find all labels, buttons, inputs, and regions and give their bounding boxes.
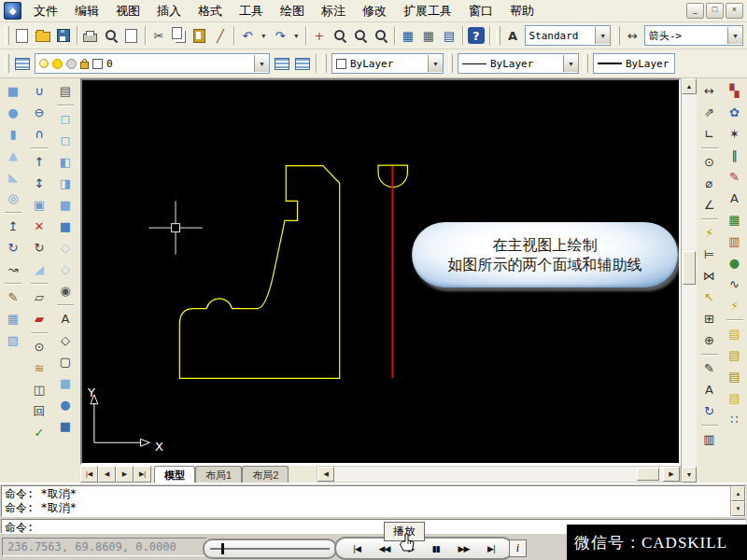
tab-first-button[interactable]: |◀ <box>80 466 98 483</box>
mline-style-tool[interactable]: ∥ <box>725 145 745 166</box>
main-profile-region[interactable] <box>179 166 339 379</box>
help-button[interactable]: ? <box>468 27 485 44</box>
center-mark-tool[interactable]: ⊕ <box>699 329 720 351</box>
vertical-scroll-track[interactable] <box>682 94 697 467</box>
menu-tools[interactable]: 工具 <box>231 2 272 20</box>
toolbar-grip[interactable] <box>5 54 9 73</box>
menu-window[interactable]: 窗口 <box>460 2 501 20</box>
sw-isometric-tool[interactable]: ◇ <box>55 237 76 259</box>
tab-prev-button[interactable]: ◀ <box>98 466 116 483</box>
tab-next-button[interactable]: ▶ <box>116 466 134 483</box>
camera-tool[interactable]: ◉ <box>55 280 76 301</box>
tab-last-button[interactable]: ▶| <box>134 466 151 483</box>
torus-tool[interactable]: ◎ <box>3 188 23 209</box>
drawing-canvas[interactable]: Y X 在主视图上绘制 如图所示的两个面域和辅助线 <box>80 78 681 465</box>
top-view-tool[interactable]: ◻ <box>55 108 76 130</box>
scroll-down-icon[interactable]: ▼ <box>731 501 745 516</box>
hidden-style-tool[interactable]: ▢ <box>55 351 76 372</box>
layer-isolate-tool[interactable]: ▤ <box>725 344 745 366</box>
open-file-button[interactable] <box>33 25 53 47</box>
realistic-style-tool[interactable]: ● <box>55 394 76 415</box>
command-history[interactable]: 命令: *取消*命令: *取消* ▲ ▼ <box>1 485 746 517</box>
taper-faces-tool[interactable]: ◢ <box>29 259 49 280</box>
dimension-edit-tool[interactable]: ✎ <box>699 357 720 379</box>
tab-model[interactable]: 模型 <box>154 466 195 483</box>
move-faces-tool[interactable]: ↕ <box>29 173 49 194</box>
union-tool[interactable]: ∪ <box>29 80 49 102</box>
wedge-tool[interactable]: ◣ <box>3 166 23 188</box>
se-isometric-tool[interactable]: ◇ <box>55 259 76 280</box>
angular-dimension-tool[interactable]: ∠ <box>699 194 720 216</box>
toolbar-grip[interactable] <box>448 54 453 73</box>
undo-dropdown[interactable]: ▾ <box>258 25 270 47</box>
undo-button[interactable]: ↶ <box>237 25 258 47</box>
baseline-dimension-tool[interactable]: ⊨ <box>699 244 720 265</box>
playback-progress-slider[interactable] <box>203 539 337 559</box>
dimension-text-edit-tool[interactable]: A <box>699 379 720 400</box>
wireframe-3d-style-tool[interactable]: ◇ <box>55 329 76 351</box>
menu-insert[interactable]: 插入 <box>148 2 190 20</box>
horizontal-scrollbar[interactable]: ◀ ▶ <box>317 466 681 483</box>
copy-button[interactable] <box>169 25 190 47</box>
linetype-combobox[interactable]: ByLayer ▼ <box>458 53 579 74</box>
print-preview-button[interactable] <box>101 25 121 47</box>
redo-dropdown[interactable]: ▾ <box>290 25 303 47</box>
layer-lock-icon[interactable] <box>80 62 89 69</box>
redo-button[interactable]: ↷ <box>270 25 290 47</box>
extrude-faces-tool[interactable]: ↑ <box>29 151 49 173</box>
bottom-view-tool[interactable]: ◻ <box>55 130 76 151</box>
radius-dimension-tool[interactable]: ⊙ <box>699 151 720 173</box>
menu-draw[interactable]: 绘图 <box>272 2 313 20</box>
zoom-previous-button[interactable] <box>371 25 391 47</box>
sweep-tool[interactable]: ↝ <box>3 259 23 280</box>
match-properties-button[interactable]: ╱ <box>210 25 231 47</box>
menu-modify[interactable]: 修改 <box>354 2 395 20</box>
dim-style-combobox[interactable]: 箭头-> ▼ <box>644 25 743 46</box>
front-view-tool[interactable]: ■ <box>55 194 76 216</box>
shaded-style-tool[interactable]: ■ <box>55 415 76 437</box>
layer-freeze-sun-icon[interactable] <box>52 59 63 69</box>
properties-button[interactable]: ▦ <box>398 25 418 47</box>
menu-format[interactable]: 格式 <box>190 2 231 20</box>
toolbar-grip[interactable] <box>496 26 500 45</box>
back-view-tool[interactable]: ■ <box>55 216 76 237</box>
layer-on-bulb-icon[interactable] <box>39 59 49 68</box>
menu-view[interactable]: 视图 <box>107 2 148 20</box>
image-clip-tool[interactable]: ▥ <box>725 231 745 252</box>
quick-dimension-tool[interactable]: ⚡ <box>699 222 720 244</box>
revolve-tool[interactable]: ↻ <box>3 237 23 259</box>
tolerance-tool[interactable]: ⊞ <box>699 308 720 329</box>
layer-off-tool[interactable]: ▤ <box>725 366 745 387</box>
layer-combobox[interactable]: 0 ▼ <box>35 53 270 74</box>
shell-tool[interactable]: 回 <box>29 400 49 422</box>
text-style-icon[interactable]: A <box>503 25 523 47</box>
wireframe-2d-style-tool[interactable]: A <box>55 308 76 329</box>
quick-leader-tool[interactable]: ↖ <box>699 287 720 308</box>
layer-vp-freeze-icon[interactable] <box>66 59 77 69</box>
designcenter-button[interactable]: ▦ <box>418 25 439 47</box>
paste-button[interactable] <box>190 25 210 47</box>
horizontal-scroll-track[interactable] <box>334 467 663 482</box>
layer-freeze-tool[interactable]: ▤ <box>725 387 745 409</box>
zoom-window-button[interactable] <box>350 25 371 47</box>
quick-select-tool[interactable]: ⚡ <box>725 295 745 316</box>
draw-order-tool[interactable]: ▚ <box>725 80 745 102</box>
dimension-style-tool[interactable]: ▥ <box>699 428 720 450</box>
linetype-gen-tool[interactable]: ∿ <box>725 273 745 295</box>
delete-faces-tool[interactable]: ✕ <box>29 216 49 237</box>
edit-hatch-tool[interactable]: ✿ <box>725 102 745 123</box>
edit-array-tool[interactable]: ✶ <box>725 123 745 145</box>
diameter-dimension-tool[interactable]: ⌀ <box>699 173 720 194</box>
slice-tool[interactable]: ✎ <box>3 287 23 308</box>
command-scrollbar[interactable]: ▲ ▼ <box>730 486 745 516</box>
vertical-scrollbar[interactable]: ▲ ▼ <box>681 78 697 483</box>
menu-express[interactable]: 扩展工具 <box>395 2 460 20</box>
dimension-update-tool[interactable]: ↻ <box>699 400 720 422</box>
edit-polyline-tool[interactable]: ✎ <box>725 166 745 188</box>
color-edges-tool[interactable]: ▰ <box>29 308 49 329</box>
scroll-left-icon[interactable]: ◀ <box>317 467 334 482</box>
aligned-dimension-tool[interactable]: ⇗ <box>699 102 720 123</box>
sphere-tool[interactable]: ● <box>3 102 23 123</box>
chevron-down-icon[interactable]: ▼ <box>563 55 578 72</box>
close-button[interactable]: × <box>726 3 743 19</box>
